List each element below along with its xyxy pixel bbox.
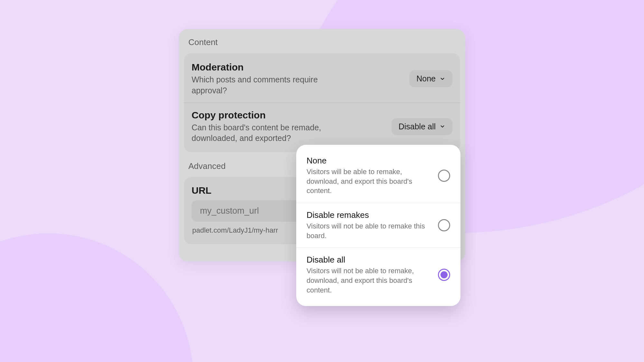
option-disable-all[interactable]: Disable all Visitors will not be able to… <box>296 247 460 302</box>
option-desc: Visitors will be able to remake, downloa… <box>307 167 430 196</box>
copy-protection-title: Copy protection <box>192 109 327 121</box>
option-desc: Visitors will not be able to remake, dow… <box>307 266 430 295</box>
copy-protection-desc: Can this board's content be remade, down… <box>192 122 327 144</box>
section-heading-content: Content <box>179 36 465 53</box>
option-desc: Visitors will not be able to remake this… <box>307 221 430 240</box>
radio-icon-selected <box>438 269 450 281</box>
chevron-down-icon <box>440 76 445 82</box>
option-title: Disable all <box>307 255 430 265</box>
chevron-down-icon <box>440 124 445 129</box>
moderation-title: Moderation <box>192 61 327 73</box>
copy-protection-popover: None Visitors will be able to remake, do… <box>296 145 460 306</box>
moderation-desc: Which posts and comments require approva… <box>192 74 327 96</box>
copy-protection-row: Copy protection Can this board's content… <box>184 103 460 151</box>
moderation-dropdown[interactable]: None <box>409 70 452 87</box>
copy-protection-dropdown-value: Disable all <box>399 122 436 131</box>
radio-icon <box>438 170 450 182</box>
moderation-dropdown-value: None <box>416 74 436 83</box>
copy-protection-dropdown[interactable]: Disable all <box>392 118 452 135</box>
option-none[interactable]: None Visitors will be able to remake, do… <box>296 149 460 203</box>
radio-icon <box>438 219 450 231</box>
option-disable-remakes[interactable]: Disable remakes Visitors will not be abl… <box>296 203 460 247</box>
option-title: None <box>307 156 430 166</box>
moderation-row: Moderation Which posts and comments requ… <box>184 55 460 103</box>
option-title: Disable remakes <box>307 210 430 220</box>
content-card: Moderation Which posts and comments requ… <box>184 53 460 152</box>
background-shape-bottom <box>0 233 193 362</box>
